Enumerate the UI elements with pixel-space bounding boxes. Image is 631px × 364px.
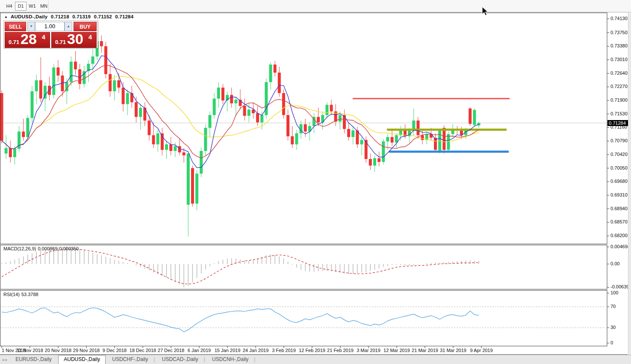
candle-bull bbox=[126, 93, 129, 104]
time-axis-label: 29 Nov 2018 bbox=[73, 348, 100, 353]
tab-usdcnh[interactable]: USDCNH-,Daily bbox=[207, 355, 254, 364]
buy-button[interactable]: BUY bbox=[74, 22, 97, 31]
panel-border bbox=[0, 245, 607, 290]
candle-bear bbox=[104, 46, 107, 74]
rsi-indicator-label: RSI(14)53.3788 bbox=[3, 292, 38, 297]
time-axis-label: 21 Mar 2019 bbox=[412, 348, 438, 353]
candle-bull bbox=[195, 173, 198, 203]
candle-bear bbox=[39, 80, 42, 99]
volume-input[interactable]: 1.00 bbox=[35, 22, 65, 31]
candle-bear bbox=[243, 106, 246, 116]
rsi-axis-label: 30 bbox=[610, 325, 616, 330]
ohlc-low: 0.71152 bbox=[94, 14, 112, 19]
candle-bull bbox=[5, 148, 8, 153]
candle-bear bbox=[152, 135, 155, 144]
sell-price-main: 28 bbox=[21, 31, 37, 47]
buy-price-prefix: 0.71 bbox=[55, 39, 66, 45]
tab-scroll-icons[interactable]: ◄► bbox=[0, 356, 9, 362]
candle-bull bbox=[260, 115, 263, 122]
time-axis-label: 20 Nov 2018 bbox=[45, 348, 71, 353]
candle-bull bbox=[174, 146, 177, 151]
time-axis-label: 18 Dec 2018 bbox=[130, 348, 156, 353]
time-axis-label: 6 Jan 2019 bbox=[188, 348, 211, 353]
candle-bear bbox=[117, 80, 120, 88]
candle-bull bbox=[113, 80, 116, 91]
candle-bull bbox=[395, 135, 398, 142]
candle-bull bbox=[91, 56, 94, 64]
candle-bear bbox=[365, 140, 368, 159]
tab-eurusd[interactable]: EURUSD-,Daily bbox=[10, 355, 57, 364]
rsi-axis-label: 70 bbox=[610, 304, 616, 309]
macd-signal-line bbox=[2, 249, 479, 284]
tab-audusd[interactable]: AUDUSD-,Daily bbox=[58, 355, 106, 364]
price-axis-label: 0.73380 bbox=[610, 43, 628, 48]
candle-bear bbox=[256, 113, 259, 122]
candle-bear bbox=[169, 144, 172, 151]
mouse-cursor-icon bbox=[482, 7, 488, 15]
candle-bear bbox=[109, 74, 112, 91]
candle-bear bbox=[304, 124, 307, 132]
candle-bear bbox=[100, 41, 103, 46]
candle-bull bbox=[13, 149, 16, 157]
candle-bull bbox=[248, 109, 251, 116]
candle-bull bbox=[373, 158, 376, 165]
macd-axis-label: -0.00639 bbox=[610, 284, 629, 289]
candle-bull bbox=[26, 118, 29, 137]
candle-bull bbox=[269, 65, 272, 82]
price-chart-canvas[interactable] bbox=[0, 0, 631, 364]
candle-bear bbox=[317, 117, 320, 123]
time-axis-label: 12 Mar 2019 bbox=[383, 348, 410, 353]
tab-usdcad[interactable]: USDCAD-,Daily bbox=[157, 355, 203, 364]
macd-indicator-label: MACD(12,26,9)0.0008690.000350 bbox=[3, 246, 79, 251]
candle-bear bbox=[421, 135, 424, 140]
price-axis-label: 0.73010 bbox=[610, 57, 628, 62]
tab-separator: | bbox=[153, 356, 155, 362]
tab-usdchf[interactable]: USDCHF-,Daily bbox=[107, 355, 153, 364]
candle-bear bbox=[9, 148, 12, 157]
price-axis-label: 0.72640 bbox=[610, 70, 628, 76]
time-axis-label: 9 Apr 2019 bbox=[470, 348, 492, 353]
candle-bull bbox=[139, 108, 142, 117]
time-axis-label: 15 Jan 2019 bbox=[215, 348, 241, 353]
candle-bull bbox=[213, 99, 216, 115]
time-axis-label: 24 Jan 2019 bbox=[243, 348, 269, 353]
volume-increase-button[interactable]: ▲ bbox=[65, 22, 72, 31]
candle-bear bbox=[330, 105, 333, 111]
moving-average-line bbox=[2, 76, 479, 149]
candle-bear bbox=[391, 137, 394, 143]
candle-bull bbox=[234, 100, 237, 103]
rsi-value: 53.3788 bbox=[21, 292, 38, 297]
tab-separator: | bbox=[203, 356, 205, 362]
rsi-axis-label: 100 bbox=[610, 290, 618, 295]
volume-decrease-button[interactable]: ▼ bbox=[27, 22, 35, 31]
time-axis-label: 21 Feb 2019 bbox=[327, 348, 354, 353]
price-axis-label: 0.68200 bbox=[610, 233, 628, 238]
buy-price-panel[interactable]: 0.71 30 4 bbox=[51, 32, 97, 48]
price-axis-label: 0.72270 bbox=[610, 84, 628, 89]
candle-bear bbox=[191, 168, 194, 204]
candle-bull bbox=[325, 105, 328, 115]
chart-symbol-label: AUDUSD-,Daily bbox=[11, 14, 47, 19]
price-axis-label: 0.71530 bbox=[610, 111, 628, 116]
time-axis-label: 12 Feb 2019 bbox=[299, 348, 325, 353]
candle-bear bbox=[22, 132, 25, 137]
candle-bull bbox=[187, 153, 190, 205]
candle-bull bbox=[52, 68, 55, 95]
candle-bull bbox=[165, 144, 168, 150]
candle-bear bbox=[347, 129, 350, 137]
sell-price-panel[interactable]: 0.71 28 4 bbox=[5, 32, 50, 48]
price-axis-label: 0.68940 bbox=[610, 206, 628, 211]
time-axis-label: 31 Mar 2019 bbox=[440, 348, 466, 353]
candle-bear bbox=[183, 153, 186, 156]
candle-bull bbox=[208, 115, 211, 128]
collapse-triangle-icon: ▲ bbox=[4, 15, 8, 19]
price-axis-label: 0.71160 bbox=[610, 124, 627, 129]
candle-bull bbox=[360, 140, 363, 144]
tab-separator: | bbox=[254, 356, 256, 362]
time-axis-label: 3 Feb 2019 bbox=[272, 348, 296, 353]
candle-bear bbox=[286, 115, 289, 136]
macd-signal-value: 0.000350 bbox=[59, 246, 79, 251]
sell-button[interactable]: SELL bbox=[5, 22, 26, 31]
candle-bull bbox=[31, 91, 34, 118]
macd-axis-label: 0.004694 bbox=[610, 244, 630, 249]
